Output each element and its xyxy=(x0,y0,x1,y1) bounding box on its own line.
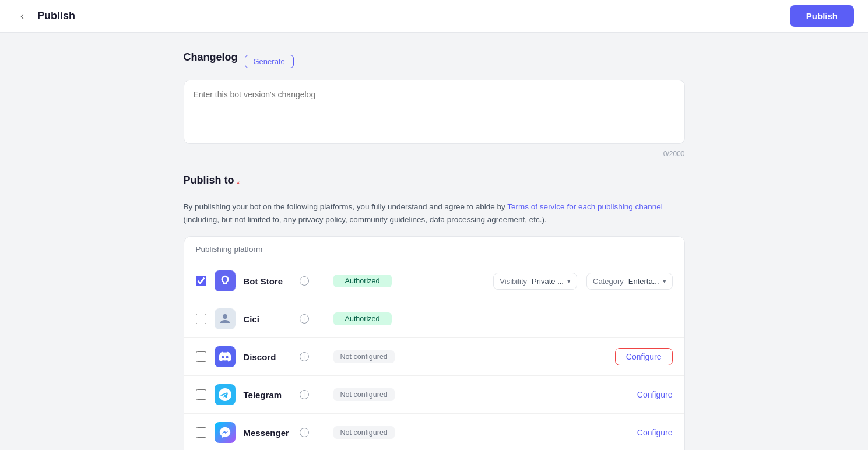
publish-to-section: Publish to * By publishing your bot on t… xyxy=(184,174,685,450)
telegram-name-group: Telegram i xyxy=(244,390,325,400)
category-dropdown[interactable]: Category Enterta... ▾ xyxy=(586,273,673,290)
discord-info-icon[interactable]: i xyxy=(300,352,309,361)
char-count: 0/2000 xyxy=(184,150,685,158)
messenger-actions: Configure xyxy=(637,426,673,440)
discord-configure-button[interactable]: Configure xyxy=(615,348,673,365)
publish-button[interactable]: Publish xyxy=(790,5,854,27)
visibility-value: Private ... xyxy=(532,277,564,286)
bot-store-icon xyxy=(215,270,236,291)
discord-checkbox[interactable] xyxy=(196,351,206,362)
telegram-name: Telegram xyxy=(244,390,296,400)
generate-button[interactable]: Generate xyxy=(245,55,294,68)
bot-store-actions: Visibility Private ... ▾ Category Entert… xyxy=(493,273,672,290)
required-star: * xyxy=(237,180,240,190)
messenger-configure-button[interactable]: Configure xyxy=(637,426,673,440)
bot-store-name: Bot Store xyxy=(244,276,296,286)
visibility-dropdown[interactable]: Visibility Private ... ▾ xyxy=(493,273,577,290)
header: ‹ Publish Publish xyxy=(0,0,868,33)
svg-point-0 xyxy=(223,314,227,319)
cici-info-icon[interactable]: i xyxy=(300,314,309,324)
platform-row: Bot Store i Authorized Visibility Privat… xyxy=(184,262,684,300)
bot-store-checkbox[interactable] xyxy=(196,276,206,286)
cici-checkbox[interactable] xyxy=(196,314,206,324)
changelog-section: Changelog Generate 0/2000 xyxy=(184,51,685,158)
cici-name-group: Cici i xyxy=(244,314,325,324)
messenger-info-icon[interactable]: i xyxy=(300,428,309,437)
messenger-icon xyxy=(215,422,236,443)
messenger-status: Not configured xyxy=(333,426,395,439)
discord-name: Discord xyxy=(244,352,296,362)
publish-to-title: Publish to xyxy=(184,174,234,187)
telegram-actions: Configure xyxy=(637,388,673,402)
bot-store-info-icon[interactable]: i xyxy=(300,276,309,286)
telegram-configure-button[interactable]: Configure xyxy=(637,388,673,402)
cici-icon xyxy=(215,308,236,329)
discord-status: Not configured xyxy=(333,350,395,363)
category-chevron-icon: ▾ xyxy=(663,277,666,285)
visibility-label: Visibility xyxy=(500,277,527,286)
category-label: Category xyxy=(593,277,624,286)
platform-row: Discord i Not configured Configure xyxy=(184,338,684,376)
messenger-name-group: Messenger i xyxy=(244,428,325,438)
changelog-textarea[interactable] xyxy=(184,80,685,144)
terms-link[interactable]: Terms of service for each publishing cha… xyxy=(507,202,662,211)
platforms-header: Publishing platform xyxy=(184,237,684,262)
discord-icon xyxy=(215,346,236,367)
platforms-card: Publishing platform Bot Store i Authoriz… xyxy=(184,236,685,450)
telegram-info-icon[interactable]: i xyxy=(300,390,309,399)
terms-text: By publishing your bot on the following … xyxy=(184,201,685,226)
bot-store-status: Authorized xyxy=(333,275,392,287)
platform-row: Cici i Authorized xyxy=(184,300,684,338)
back-button[interactable]: ‹ xyxy=(14,8,30,24)
visibility-chevron-icon: ▾ xyxy=(567,277,571,285)
page-title: Publish xyxy=(37,10,75,22)
cici-status: Authorized xyxy=(333,312,392,325)
platform-row: Telegram i Not configured Configure xyxy=(184,376,684,414)
messenger-name: Messenger xyxy=(244,428,296,438)
telegram-icon xyxy=(215,384,236,405)
changelog-title: Changelog xyxy=(184,51,238,64)
platform-row: Messenger i Not configured Configure xyxy=(184,414,684,450)
main-content: Changelog Generate 0/2000 Publish to * B… xyxy=(172,33,697,450)
discord-name-group: Discord i xyxy=(244,352,325,362)
category-value: Enterta... xyxy=(628,277,659,286)
telegram-checkbox[interactable] xyxy=(196,389,206,400)
header-left: ‹ Publish xyxy=(14,8,75,24)
discord-actions: Configure xyxy=(615,348,673,365)
bot-store-name-group: Bot Store i xyxy=(244,276,325,286)
cici-name: Cici xyxy=(244,314,296,324)
messenger-checkbox[interactable] xyxy=(196,427,206,438)
telegram-status: Not configured xyxy=(333,388,395,401)
